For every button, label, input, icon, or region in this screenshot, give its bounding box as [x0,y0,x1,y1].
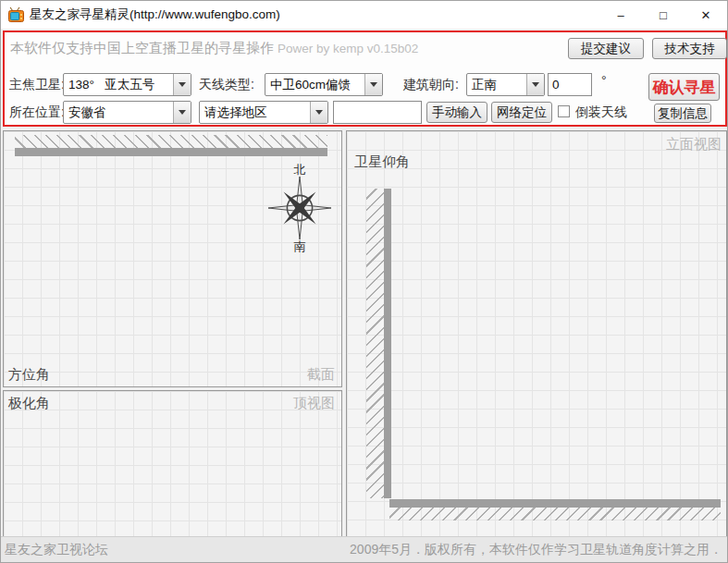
district-select[interactable]: 请选择地区 [199,101,328,124]
confirm-search-button[interactable]: 确认寻星 [648,73,720,101]
network-locate-button[interactable]: 网络定位 [491,102,552,123]
orientation-label: 建筑朝向: [403,77,459,93]
orientation-select[interactable]: 正南 [466,73,545,96]
orientation-value: 正南 [467,74,526,95]
polarization-view-tag: 顶视图 [293,395,335,412]
offset-input[interactable] [548,73,592,96]
close-button[interactable]: ✕ [685,1,727,29]
invert-antenna-checkbox[interactable] [558,105,570,117]
district-value: 请选择地区 [200,102,310,123]
elevation-view-tag: 立面视图 [666,136,722,153]
wall-bar [15,148,327,156]
chevron-down-icon[interactable] [526,74,544,95]
chevron-down-icon[interactable] [310,102,327,123]
polarization-view-panel: 极化角 顶视图 [3,390,342,537]
azimuth-title: 方位角 [8,366,50,384]
wall-hatching [366,189,384,498]
status-bar: 星友之家卫视论坛 2009年5月．版权所有，本软件仅作学习卫星轨道角度计算之用． [1,536,727,562]
invert-antenna-label: 倒装天线 [575,104,627,121]
minimize-button[interactable]: – [599,1,642,29]
polarization-title: 极化角 [8,395,50,412]
province-select[interactable]: 安徽省 [63,101,191,124]
compass-icon [268,177,331,239]
satellite-select[interactable]: 138° 亚太五号 [63,73,191,96]
app-window: 星友之家寻星精灵(http://www.wufengbo.com) – □ ✕ … [0,0,728,563]
chevron-down-icon[interactable] [173,74,191,95]
wall-bar [384,189,391,498]
chevron-down-icon[interactable] [364,74,382,95]
compass-north-label: 北 [294,163,306,177]
azimuth-view-tag: 截面 [307,366,335,384]
degree-symbol: ° [601,73,607,88]
satellite-value: 138° 亚太五号 [64,74,173,95]
city-input[interactable] [333,101,422,124]
location-label: 所在位置: [9,104,65,121]
status-copyright-text: 2009年5月．版权所有，本软件仅作学习卫星轨道角度计算之用． [350,542,722,558]
satellite-label: 主焦卫星: [9,77,65,93]
chevron-down-icon[interactable] [173,102,191,123]
compass-south-label: 南 [294,239,306,253]
titlebar: 星友之家寻星精灵(http://www.wufengbo.com) – □ ✕ [1,1,727,29]
suggest-button[interactable]: 提交建议 [568,38,644,59]
antenna-value: 中卫60cm偏馈 [265,74,364,95]
version-text: Power by kemp v0.15b02 [278,42,418,55]
maximize-button[interactable]: □ [642,1,685,29]
window-title: 星友之家寻星精灵(http://www.wufengbo.com) [30,6,280,23]
antenna-select[interactable]: 中卫60cm偏馈 [265,73,383,96]
app-icon [8,7,24,22]
support-button[interactable]: 技术支持 [652,38,727,59]
copy-info-button[interactable]: 复制信息 [654,104,711,123]
elevation-title: 卫星仰角 [354,153,410,171]
manual-input-button[interactable]: 手动输入 [426,102,487,123]
floor-bar [389,499,721,508]
floor-hatching [389,508,721,520]
elevation-view-panel: 立面视图 卫星仰角 [346,130,727,537]
status-forum-text: 星友之家卫视论坛 [5,542,108,558]
antenna-label: 天线类型: [199,77,254,93]
control-panel: 本软件仅支持中国上空直播卫星的寻星操作 Power by kemp v0.15b… [3,31,727,127]
wall-hatching [15,135,327,148]
compass-rose: 北 南 [263,163,337,253]
azimuth-view-panel: 北 南 方位角 截面 [3,130,342,387]
notice-text: 本软件仅支持中国上空直播卫星的寻星操作 [10,40,274,57]
province-value: 安徽省 [64,102,173,123]
